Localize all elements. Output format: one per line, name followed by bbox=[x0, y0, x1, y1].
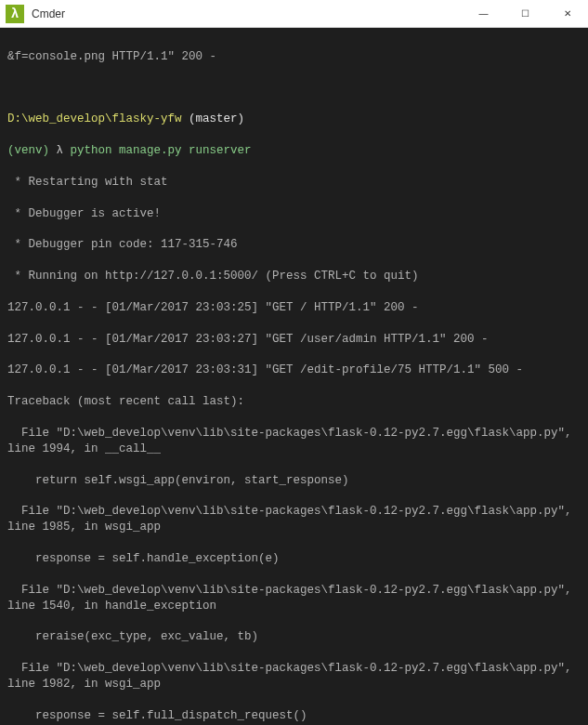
traceback-code: reraise(exc_type, exc_value, tb) bbox=[7, 629, 581, 645]
traceback-file: File "D:\web_develop\venv\lib\site-packa… bbox=[7, 426, 581, 457]
blank-line bbox=[7, 81, 581, 97]
window-controls: — ☐ ✕ bbox=[463, 0, 588, 27]
command-line: (venv) λ python manage.py runserver bbox=[7, 143, 581, 159]
request-line: 127.0.0.1 - - [01/Mar/2017 23:03:31] "GE… bbox=[7, 362, 581, 378]
traceback-file: File "D:\web_develop\venv\lib\site-packa… bbox=[7, 583, 581, 614]
minimize-button[interactable]: — bbox=[463, 0, 504, 27]
prompt-path: D:\web_develop\flasky-yfw bbox=[7, 112, 182, 125]
traceback-code: response = self.full_dispatch_request() bbox=[7, 708, 581, 724]
log-line: &f=console.png HTTP/1.1" 200 - bbox=[7, 49, 581, 65]
traceback-header: Traceback (most recent call last): bbox=[7, 394, 581, 410]
terminal-output[interactable]: &f=console.png HTTP/1.1" 200 - D:\web_de… bbox=[0, 28, 588, 725]
window-titlebar[interactable]: λ Cmder — ☐ ✕ bbox=[0, 0, 588, 28]
maximize-button[interactable]: ☐ bbox=[504, 0, 546, 27]
lambda-prompt: λ bbox=[57, 144, 64, 157]
startup-line: * Restarting with stat bbox=[7, 175, 581, 191]
traceback-file: File "D:\web_develop\venv\lib\site-packa… bbox=[7, 661, 581, 692]
traceback-code: response = self.handle_exception(e) bbox=[7, 551, 581, 567]
traceback-file: File "D:\web_develop\venv\lib\site-packa… bbox=[7, 504, 581, 535]
prompt-branch: (master) bbox=[189, 112, 244, 125]
startup-line: * Debugger is active! bbox=[7, 206, 581, 222]
prompt-line: D:\web_develop\flasky-yfw (master) bbox=[7, 112, 581, 127]
traceback-code: return self.wsgi_app(environ, start_resp… bbox=[7, 473, 581, 489]
window-title: Cmder bbox=[32, 7, 463, 20]
app-icon: λ bbox=[6, 5, 24, 23]
request-line: 127.0.0.1 - - [01/Mar/2017 23:03:27] "GE… bbox=[7, 332, 581, 348]
startup-line: * Debugger pin code: 117-315-746 bbox=[7, 237, 581, 253]
venv-indicator: (venv) bbox=[7, 144, 49, 157]
startup-line: * Running on http://127.0.0.1:5000/ (Pre… bbox=[7, 269, 581, 284]
close-button[interactable]: ✕ bbox=[546, 0, 588, 27]
request-line: 127.0.0.1 - - [01/Mar/2017 23:03:25] "GE… bbox=[7, 300, 581, 316]
command-text: python manage.py runserver bbox=[71, 144, 252, 157]
